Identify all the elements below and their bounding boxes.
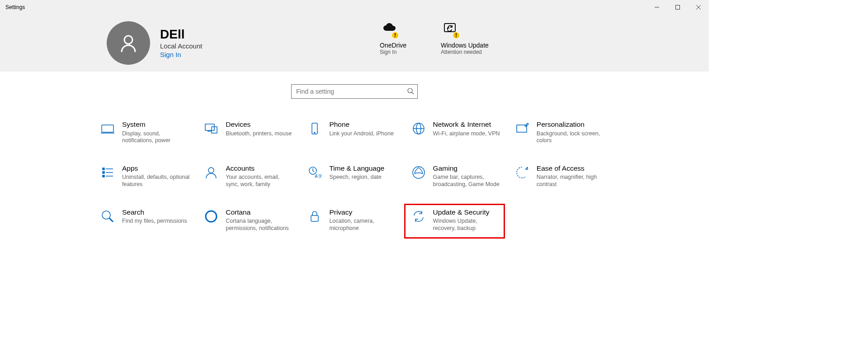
windows-update-status[interactable]: ! Windows Update Attention needed xyxy=(441,23,489,55)
svg-point-25 xyxy=(208,168,214,173)
windows-update-title: Windows Update xyxy=(441,42,489,49)
network-icon xyxy=(411,121,426,136)
sign-in-link[interactable]: Sign In xyxy=(160,51,202,58)
search-category-icon xyxy=(100,209,115,224)
tile-gaming[interactable]: Gaming Game bar, captures, broadcasting,… xyxy=(408,164,509,188)
tile-accounts[interactable]: Accounts Your accounts, email, sync, wor… xyxy=(200,164,301,188)
system-icon xyxy=(100,121,115,136)
apps-icon xyxy=(100,165,115,180)
svg-rect-23 xyxy=(103,175,104,177)
tile-desc: Uninstall, defaults, optional features xyxy=(122,174,190,188)
devices-icon xyxy=(204,121,218,136)
tile-title: Personalization xyxy=(537,120,604,129)
tile-time-language[interactable]: A字 Time & Language Speech, region, date xyxy=(304,164,405,188)
accounts-icon xyxy=(204,165,218,180)
tile-desc: Find my files, permissions xyxy=(122,218,187,225)
onedrive-status[interactable]: ! OneDrive Sign In xyxy=(380,23,406,55)
update-security-icon xyxy=(411,209,426,224)
tile-privacy[interactable]: Privacy Location, camera, microphone xyxy=(304,208,405,232)
window-controls xyxy=(646,0,709,14)
tile-desc: Display, sound, notifications, power xyxy=(122,130,190,144)
tile-desc: Cortana language, permissions, notificat… xyxy=(226,218,293,232)
maximize-button[interactable] xyxy=(667,0,688,14)
tile-ease-of-access[interactable]: Ease of Access Narrator, magnifier, high… xyxy=(511,164,612,188)
tile-personalization[interactable]: Personalization Background, lock screen,… xyxy=(511,120,612,144)
svg-rect-1 xyxy=(676,5,680,10)
avatar[interactable] xyxy=(107,21,150,65)
onedrive-subtitle: Sign In xyxy=(380,49,396,55)
svg-rect-19 xyxy=(103,168,104,170)
tile-title: System xyxy=(122,120,190,129)
windows-update-subtitle: Attention needed xyxy=(441,49,482,55)
tile-desc: Bluetooth, printers, mouse xyxy=(226,130,292,138)
svg-rect-32 xyxy=(311,215,318,221)
tile-desc: Windows Update, recovery, backup xyxy=(433,218,501,232)
svg-line-7 xyxy=(412,92,414,94)
minimize-button[interactable] xyxy=(646,0,667,14)
personalization-icon xyxy=(515,121,529,136)
titlebar: Settings xyxy=(0,0,709,14)
warning-badge-icon: ! xyxy=(453,32,460,39)
phone-icon xyxy=(307,121,322,136)
tile-title: Accounts xyxy=(226,164,293,173)
svg-point-14 xyxy=(314,132,315,133)
tile-desc: Location, camera, microphone xyxy=(329,218,397,232)
tile-title: Ease of Access xyxy=(537,164,604,173)
tile-title: Phone xyxy=(329,120,393,129)
tile-devices[interactable]: Devices Bluetooth, printers, mouse xyxy=(200,120,301,144)
svg-point-31 xyxy=(206,211,217,222)
tile-network[interactable]: Network & Internet Wi-Fi, airplane mode,… xyxy=(408,120,509,144)
tile-search[interactable]: Search Find my files, permissions xyxy=(97,208,198,232)
user-account-type: Local Account xyxy=(160,42,202,50)
onedrive-icon: ! xyxy=(382,23,397,37)
tile-phone[interactable]: Phone Link your Android, iPhone xyxy=(304,120,405,144)
user-block: DEll Local Account Sign In xyxy=(160,28,202,59)
svg-point-6 xyxy=(408,88,412,93)
tile-desc: Link your Android, iPhone xyxy=(329,130,393,138)
cortana-icon xyxy=(204,209,218,224)
tile-system[interactable]: System Display, sound, notifications, po… xyxy=(97,120,198,144)
tile-desc: Your accounts, email, sync, work, family xyxy=(226,174,293,188)
window-title: Settings xyxy=(5,4,25,10)
tile-desc: Background, lock screen, colors xyxy=(537,130,604,144)
svg-rect-10 xyxy=(205,124,214,130)
tile-desc: Wi-Fi, airplane mode, VPN xyxy=(433,130,500,138)
tile-title: Update & Security xyxy=(433,208,501,217)
tile-title: Gaming xyxy=(433,164,501,173)
privacy-icon xyxy=(307,209,322,224)
time-language-icon: A字 xyxy=(307,165,322,180)
close-button[interactable] xyxy=(688,0,709,14)
windows-update-icon: ! xyxy=(443,23,458,37)
tile-desc: Narrator, magnifier, high contrast xyxy=(537,174,604,188)
tile-update-security[interactable]: Update & Security Windows Update, recove… xyxy=(408,208,509,232)
tile-title: Cortana xyxy=(226,208,293,217)
settings-grid: System Display, sound, notifications, po… xyxy=(97,120,612,232)
search-box xyxy=(291,84,418,99)
search-input[interactable] xyxy=(291,84,418,99)
svg-point-29 xyxy=(102,211,110,219)
tile-title: Privacy xyxy=(329,208,397,217)
svg-rect-8 xyxy=(102,125,113,132)
tile-title: Search xyxy=(122,208,187,217)
tile-desc: Speech, region, date xyxy=(329,174,384,181)
ease-of-access-icon xyxy=(515,165,529,180)
search-icon xyxy=(407,87,414,95)
svg-point-4 xyxy=(124,36,132,44)
warning-badge-icon: ! xyxy=(392,32,399,39)
onedrive-title: OneDrive xyxy=(380,42,406,49)
svg-rect-21 xyxy=(103,172,104,173)
user-name: DEll xyxy=(160,28,202,42)
gaming-icon xyxy=(411,165,426,180)
tile-title: Apps xyxy=(122,164,190,173)
tile-title: Network & Internet xyxy=(433,120,500,129)
tile-title: Devices xyxy=(226,120,292,129)
svg-rect-5 xyxy=(444,24,455,32)
svg-text:A字: A字 xyxy=(315,174,322,179)
tile-desc: Game bar, captures, broadcasting, Game M… xyxy=(433,174,501,188)
tile-apps[interactable]: Apps Uninstall, defaults, optional featu… xyxy=(97,164,198,188)
header: DEll Local Account Sign In ! OneDrive Si… xyxy=(0,14,709,72)
tile-cortana[interactable]: Cortana Cortana language, permissions, n… xyxy=(200,208,301,232)
svg-line-30 xyxy=(109,218,113,222)
tile-title: Time & Language xyxy=(329,164,384,173)
